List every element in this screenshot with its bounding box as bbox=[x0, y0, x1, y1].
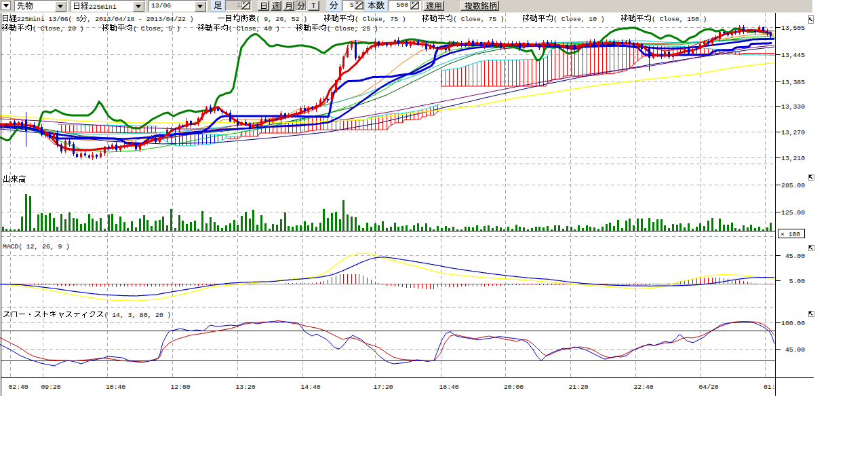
svg-text:12:00: 12:00 bbox=[171, 384, 191, 391]
svg-text:02:40: 02:40 bbox=[9, 384, 28, 391]
svg-text:( Close, 10 ): ( Close, 10 ) bbox=[553, 16, 605, 23]
svg-text:285.00: 285.00 bbox=[781, 182, 805, 189]
svg-text:( Close, 5 ): ( Close, 5 ) bbox=[133, 25, 180, 33]
svg-text:45.00: 45.00 bbox=[785, 253, 805, 260]
svg-text:21:20: 21:20 bbox=[569, 384, 589, 391]
svg-text:( 14, 3, 80, 20 ): ( 14, 3, 80, 20 ) bbox=[104, 312, 172, 319]
svg-text:× 100: × 100 bbox=[781, 231, 800, 238]
svg-text:13,505: 13,505 bbox=[781, 24, 805, 32]
svg-text:( Close, 150 ): ( Close, 150 ) bbox=[652, 16, 707, 23]
svg-text:, 2013/04/18 - 2013/04/22 ): , 2013/04/18 - 2013/04/22 ) bbox=[87, 16, 194, 23]
svg-text:( Close, 75 ): ( Close, 75 ) bbox=[453, 16, 505, 23]
svg-text:17:20: 17:20 bbox=[374, 384, 393, 391]
svg-text:13,330: 13,330 bbox=[781, 103, 805, 111]
svg-text:( Close, 25 ): ( Close, 25 ) bbox=[327, 25, 378, 33]
svg-text:20:00: 20:00 bbox=[504, 384, 524, 391]
svg-text:225mini: 225mini bbox=[89, 3, 117, 10]
svg-text:04/20: 04/20 bbox=[699, 384, 719, 391]
svg-text:125.00: 125.00 bbox=[781, 209, 805, 217]
svg-text:13,385: 13,385 bbox=[781, 79, 805, 86]
svg-text:MACD( 12, 26, 9 ): MACD( 12, 26, 9 ) bbox=[3, 243, 70, 250]
svg-text:10:40: 10:40 bbox=[106, 384, 125, 391]
svg-text:( Close, 20 ): ( Close, 20 ) bbox=[33, 25, 84, 33]
svg-text:( 9, 26, 52 ): ( 9, 26, 52 ) bbox=[256, 16, 308, 23]
svg-text:18:40: 18:40 bbox=[439, 384, 459, 391]
svg-text:13:20: 13:20 bbox=[236, 384, 256, 391]
svg-text:22:40: 22:40 bbox=[634, 384, 654, 391]
svg-text:5.00: 5.00 bbox=[789, 278, 805, 285]
svg-text:13,445: 13,445 bbox=[781, 52, 805, 59]
svg-text:01:: 01: bbox=[764, 384, 775, 391]
svg-text:09:20: 09:20 bbox=[41, 384, 61, 391]
svg-text:225mini 13/06( 5: 225mini 13/06( 5 bbox=[17, 16, 80, 23]
svg-text:100.00: 100.00 bbox=[781, 320, 805, 327]
svg-text:14:40: 14:40 bbox=[301, 384, 321, 391]
svg-text:( Close, 40 ): ( Close, 40 ) bbox=[229, 25, 280, 33]
svg-text:13,270: 13,270 bbox=[781, 129, 805, 136]
svg-text:45.00: 45.00 bbox=[785, 346, 805, 354]
svg-text:13,210: 13,210 bbox=[781, 155, 805, 162]
svg-text:( Close, 75 ): ( Close, 75 ) bbox=[355, 16, 406, 23]
